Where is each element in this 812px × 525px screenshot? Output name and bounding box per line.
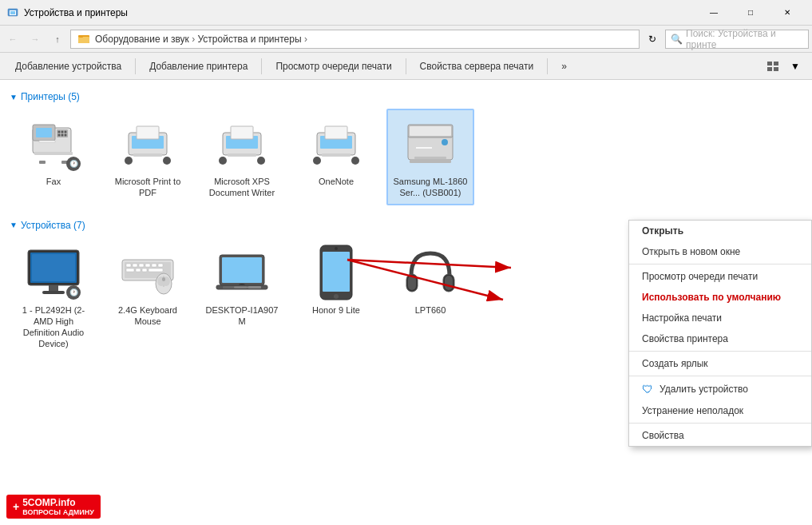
ctx-sep-3 <box>629 376 811 376</box>
device-item-headphone[interactable]: LPT660 <box>386 237 474 356</box>
keyboard-icon <box>119 244 176 301</box>
search-box[interactable]: 🔍 Поиск: Устройства и принте <box>665 30 809 49</box>
svg-rect-21 <box>34 152 73 155</box>
svg-point-17 <box>65 131 67 133</box>
svg-rect-63 <box>152 264 156 267</box>
main-content: ▼ Принтеры (5) <box>0 80 812 525</box>
ctx-open[interactable]: Открыть <box>629 221 811 241</box>
svg-rect-12 <box>36 128 52 137</box>
svg-point-15 <box>58 131 61 133</box>
svg-rect-8 <box>767 67 772 71</box>
device-item-honor[interactable]: Honor 9 Lite <box>292 237 380 356</box>
svg-rect-82 <box>323 252 350 292</box>
svg-rect-45 <box>414 157 446 159</box>
svg-rect-26 <box>133 153 162 157</box>
svg-point-19 <box>61 134 64 137</box>
svg-rect-60 <box>133 264 137 267</box>
minimize-button[interactable]: — <box>695 0 732 26</box>
ctx-open-new-window[interactable]: Открыть в новом окне <box>629 241 811 262</box>
device-item-desktop[interactable]: DESKTOP-I1A907 M <box>198 237 286 356</box>
ctx-properties[interactable]: Свойства <box>629 425 811 446</box>
up-button[interactable]: ↑ <box>48 30 67 49</box>
print-queue-button[interactable]: Просмотр очереди печати <box>267 56 400 77</box>
fax-icon: 🕐 <box>25 115 82 173</box>
server-props-button[interactable]: Свойства сервера печати <box>411 56 543 77</box>
title-bar: Устройства и принтеры — □ ✕ <box>0 0 812 26</box>
title-bar-icon <box>6 6 19 19</box>
ctx-print-settings[interactable]: Настройка печати <box>629 308 811 328</box>
samsung-icon <box>402 115 459 173</box>
ctx-printer-props[interactable]: Свойства принтера <box>629 328 811 349</box>
title-bar-controls: — □ ✕ <box>695 0 806 26</box>
forward-button[interactable]: → <box>26 30 45 49</box>
shield-icon: 🛡 <box>642 383 653 396</box>
watermark-text: 5COMP.info ВОПРОСЫ АДМИНУ <box>22 497 94 516</box>
pdf-icon <box>119 115 176 173</box>
maximize-button[interactable]: □ <box>732 0 769 26</box>
svg-rect-38 <box>322 153 351 157</box>
svg-rect-67 <box>142 268 147 272</box>
ctx-remove-device[interactable]: 🛡 Удалить устройство <box>629 378 811 400</box>
more-button[interactable]: » <box>553 56 576 77</box>
window-title: Устройства и принтеры <box>24 7 695 18</box>
toolbar-separator-1 <box>135 58 136 74</box>
svg-point-18 <box>58 134 61 137</box>
svg-rect-39 <box>325 126 347 139</box>
honor-icon <box>307 244 365 301</box>
view-dropdown-button[interactable]: ▼ <box>785 56 806 77</box>
desktop-label: DESKTOP-I1A907 M <box>204 304 279 328</box>
svg-rect-32 <box>228 153 256 157</box>
svg-point-35 <box>257 157 265 165</box>
back-button[interactable]: ← <box>3 30 22 49</box>
svg-rect-5 <box>79 35 83 38</box>
refresh-button[interactable]: ↻ <box>643 30 662 49</box>
onenote-label: OneNote <box>319 176 354 187</box>
svg-rect-75 <box>222 257 262 283</box>
svg-rect-59 <box>126 264 131 267</box>
svg-rect-46 <box>416 147 432 149</box>
svg-rect-68 <box>149 268 163 272</box>
headphone-icon <box>402 244 459 301</box>
ctx-create-shortcut[interactable]: Создать ярлык <box>629 353 811 374</box>
watermark-icon: + <box>13 500 19 513</box>
svg-rect-44 <box>410 126 451 136</box>
ctx-troubleshoot[interactable]: Устранение неполадок <box>629 400 811 421</box>
svg-point-28 <box>125 157 133 165</box>
device-item-monitor[interactable]: 🕐 1 - PL2492H (2-AMD High Definition Aud… <box>10 237 97 356</box>
close-button[interactable]: ✕ <box>769 0 806 26</box>
device-item-fax[interactable]: 🕐 Fax <box>10 109 97 205</box>
svg-rect-64 <box>158 264 163 267</box>
address-path[interactable]: Оборудование и звук › Устройства и принт… <box>70 30 640 49</box>
samsung-label: Samsung ML-1860 Ser... (USB001) <box>393 176 468 199</box>
fax-label: Fax <box>46 176 61 187</box>
svg-rect-4 <box>78 37 89 43</box>
printers-section-header[interactable]: ▼ Принтеры (5) <box>10 86 802 105</box>
add-printer-button[interactable]: Добавление принтера <box>141 56 256 77</box>
address-bar: ← → ↑ Оборудование и звук › Устройства и… <box>0 26 812 53</box>
view-options-button[interactable] <box>762 56 783 77</box>
add-device-button[interactable]: Добавление устройства <box>6 56 130 77</box>
context-menu: Открыть Открыть в новом окне Просмотр оч… <box>628 220 812 447</box>
svg-rect-62 <box>145 264 150 267</box>
device-item-onenote[interactable]: OneNote <box>292 109 380 205</box>
toolbar-separator-2 <box>261 58 262 74</box>
device-item-keyboard[interactable]: 2.4G Keyboard Mouse <box>104 237 192 356</box>
ctx-set-default[interactable]: Использовать по умолчанию <box>629 287 811 308</box>
devices-chevron: ▼ <box>10 221 18 229</box>
svg-point-40 <box>313 157 321 165</box>
svg-rect-9 <box>774 67 778 71</box>
ctx-print-queue[interactable]: Просмотр очереди печати <box>629 266 811 287</box>
svg-point-47 <box>442 139 448 145</box>
device-item-xps[interactable]: Microsoft XPS Document Writer <box>198 109 286 205</box>
svg-rect-66 <box>136 268 141 272</box>
printers-grid: 🕐 Fax Microsoft Print to PDF <box>10 105 802 215</box>
svg-rect-27 <box>137 126 159 139</box>
svg-rect-55 <box>49 285 58 292</box>
svg-rect-61 <box>139 264 144 267</box>
ctx-sep-4 <box>629 423 811 424</box>
device-item-pdf[interactable]: Microsoft Print to PDF <box>104 109 192 205</box>
svg-rect-88 <box>445 276 453 290</box>
search-placeholder: Поиск: Устройства и принте <box>686 28 803 50</box>
keyboard-label: 2.4G Keyboard Mouse <box>110 304 185 328</box>
device-item-samsung[interactable]: Samsung ML-1860 Ser... (USB001) <box>386 109 474 205</box>
